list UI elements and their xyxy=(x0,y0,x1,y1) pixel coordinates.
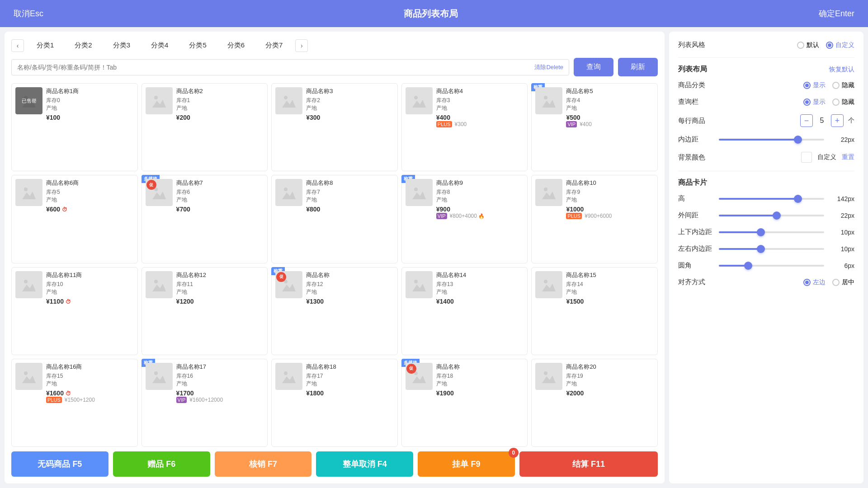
product-price-19: ¥1900 xyxy=(436,389,524,397)
product-card-3[interactable]: 商品名称3 库存2 产地 ¥300 xyxy=(271,83,398,171)
card-height-slider[interactable] xyxy=(719,198,824,200)
cancel-button[interactable]: 取消Esc xyxy=(14,8,43,19)
product-card-11[interactable]: 商品名称11商 库存10 产地 ¥1100 ⏱ xyxy=(11,267,138,355)
search-clear-button[interactable]: 清除Delete xyxy=(534,63,563,71)
bg-color-reset-button[interactable]: 重置 xyxy=(842,153,854,161)
product-card-14[interactable]: 商品名称14 库存13 产地 ¥1400 xyxy=(401,267,528,355)
product-info-16: 商品名称16商 库存15 产地 ¥1600 ⏱ PLUS¥1500+1200 xyxy=(46,363,134,443)
category-hide-radio[interactable]: 隐藏 xyxy=(832,81,854,89)
product-stock-15: 库存14 xyxy=(566,281,654,288)
product-stock-18: 库存17 xyxy=(306,372,394,380)
product-card-15[interactable]: 商品名称15 库存14 产地 ¥1500 xyxy=(531,267,658,355)
product-card-12[interactable]: 商品名称12 库存11 产地 ¥1200 xyxy=(142,267,268,355)
product-card-7[interactable]: 多规格 促 商品名称7 库存6 产地 ¥700 xyxy=(142,175,268,263)
cancel-order-button[interactable]: 整单取消 F4 xyxy=(316,451,413,477)
suspend-button[interactable]: 挂单 F9 0 xyxy=(418,451,515,477)
category-prev-button[interactable]: ‹ xyxy=(11,39,24,52)
category-item-6[interactable]: 分类6 xyxy=(219,38,253,52)
product-info-9: 商品名称9 库存8 产地 ¥900 VIP¥800+4000 🔥 xyxy=(436,179,524,259)
inner-padding-slider-wrap xyxy=(719,139,824,141)
refresh-button[interactable]: 刷新 xyxy=(618,58,658,76)
outer-gap-slider[interactable] xyxy=(719,215,824,216)
product-card-17[interactable]: 称重 商品名称17 库存16 产地 ¥1700 VIP¥1600+12000 xyxy=(142,359,268,447)
product-stock-11: 库存10 xyxy=(46,281,134,288)
product-info-20: 商品名称20 库存19 产地 ¥2000 xyxy=(566,363,654,443)
lr-padding-thumb[interactable] xyxy=(757,245,765,253)
query-show-label: 显示 xyxy=(813,98,826,106)
align-center-label: 居中 xyxy=(842,278,854,286)
restore-default-button[interactable]: 恢复默认 xyxy=(829,66,854,74)
radio-custom-label: 自定义 xyxy=(835,41,854,49)
per-row-row: 每行商品 − 5 + 个 xyxy=(678,114,854,127)
inner-padding-controls: 22px xyxy=(719,136,854,143)
product-card-13[interactable]: 称重 促 商品名称 库存12 产地 ¥1300 xyxy=(271,267,398,355)
product-origin-3: 产地 xyxy=(306,104,394,112)
product-name-5: 商品名称5 xyxy=(566,87,654,95)
product-card-5[interactable]: 称重 商品名称5 库存4 产地 ¥500 VIP¥400 xyxy=(531,83,658,171)
void-button[interactable]: 核销 F7 xyxy=(215,451,312,477)
product-card-19[interactable]: 多规格 促 商品名称 库存18 产地 ¥1900 xyxy=(401,359,528,447)
product-info-14: 商品名称14 库存13 产地 ¥1400 xyxy=(436,271,524,351)
search-input[interactable] xyxy=(17,64,534,71)
category-item-4[interactable]: 分类4 xyxy=(143,38,176,52)
gift-button[interactable]: 赠品 F6 xyxy=(113,451,210,477)
tb-padding-thumb[interactable] xyxy=(757,228,765,236)
per-row-plus[interactable]: + xyxy=(831,114,844,127)
product-card-20[interactable]: 商品名称20 库存19 产地 ¥2000 xyxy=(531,359,658,447)
product-card-2[interactable]: 商品名称2 库存1 产地 ¥200 xyxy=(142,83,268,171)
align-center-radio[interactable]: 居中 xyxy=(832,278,854,286)
product-price-16: ¥1600 ⏱ xyxy=(46,389,134,397)
svg-point-13 xyxy=(414,280,418,283)
confirm-button[interactable]: 确定Enter xyxy=(819,8,854,19)
product-card-1[interactable]: 已售罄 商品名称1商 库存0 产地 ¥100 xyxy=(11,83,138,171)
align-center-circle xyxy=(832,279,840,286)
inner-padding-thumb[interactable] xyxy=(794,136,802,144)
category-show-radio[interactable]: 显示 xyxy=(803,81,826,89)
checkout-button[interactable]: 结算 F11 xyxy=(519,451,658,477)
query-bar-radio: 显示 隐藏 xyxy=(803,98,854,106)
product-price-plus-10: PLUS¥900+6000 xyxy=(566,213,654,219)
product-card-16[interactable]: 商品名称16商 库存15 产地 ¥1600 ⏱ PLUS¥1500+1200 xyxy=(11,359,138,447)
product-origin-20: 产地 xyxy=(566,380,654,388)
product-origin-7: 产地 xyxy=(176,196,264,204)
bg-color-picker[interactable] xyxy=(801,152,812,163)
lr-padding-row: 左右内边距 10px xyxy=(678,244,854,253)
product-price-5: ¥500 xyxy=(566,114,654,121)
query-button[interactable]: 查询 xyxy=(574,58,613,76)
category-next-button[interactable]: › xyxy=(295,39,308,52)
radio-custom[interactable]: 自定义 xyxy=(826,41,854,49)
product-info-10: 商品名称10 库存9 产地 ¥1000 PLUS¥900+6000 xyxy=(566,179,654,259)
inner-padding-slider[interactable] xyxy=(719,139,824,141)
per-row-minus[interactable]: − xyxy=(800,114,813,127)
product-card-6[interactable]: 商品名称6商 库存5 产地 ¥600 ⏱ xyxy=(11,175,138,263)
border-radius-slider[interactable] xyxy=(719,265,824,267)
card-height-thumb[interactable] xyxy=(794,195,802,203)
align-left-radio[interactable]: 左边 xyxy=(803,278,826,286)
product-category-label: 商品分类 xyxy=(678,81,719,89)
category-item-2[interactable]: 分类2 xyxy=(66,38,100,52)
tb-padding-controls: 10px xyxy=(719,229,854,236)
query-show-radio[interactable]: 显示 xyxy=(803,98,826,106)
category-item-5[interactable]: 分类5 xyxy=(181,38,214,52)
product-card-18[interactable]: 商品名称18 库存17 产地 ¥1800 xyxy=(271,359,398,447)
category-item-7[interactable]: 分类7 xyxy=(257,38,291,52)
svg-point-3 xyxy=(414,96,418,99)
search-input-wrap[interactable]: 清除Delete xyxy=(11,59,569,75)
border-radius-thumb[interactable] xyxy=(744,262,752,270)
product-grid: 已售罄 商品名称1商 库存0 产地 ¥100 xyxy=(11,83,658,447)
radio-default[interactable]: 默认 xyxy=(797,41,819,49)
product-origin-5: 产地 xyxy=(566,104,654,112)
outer-gap-thumb[interactable] xyxy=(773,211,781,220)
align-label: 对齐方式 xyxy=(678,278,719,286)
tb-padding-slider[interactable] xyxy=(719,231,824,233)
product-card-4[interactable]: 商品名称4 库存3 产地 ¥400 PLUS¥300 xyxy=(401,83,528,171)
category-item-1[interactable]: 分类1 xyxy=(28,38,62,52)
product-origin-8: 产地 xyxy=(306,196,394,204)
product-card-8[interactable]: 商品名称8 库存7 产地 ¥800 xyxy=(271,175,398,263)
product-card-9[interactable]: 称重 商品名称9 库存8 产地 ¥900 VIP¥800+4000 🔥 xyxy=(401,175,528,263)
product-card-10[interactable]: 商品名称10 库存9 产地 ¥1000 PLUS¥900+6000 xyxy=(531,175,658,263)
lr-padding-slider[interactable] xyxy=(719,248,824,250)
query-hide-radio[interactable]: 隐藏 xyxy=(832,98,854,106)
category-item-3[interactable]: 分类3 xyxy=(105,38,138,52)
no-code-button[interactable]: 无码商品 F5 xyxy=(11,451,108,477)
